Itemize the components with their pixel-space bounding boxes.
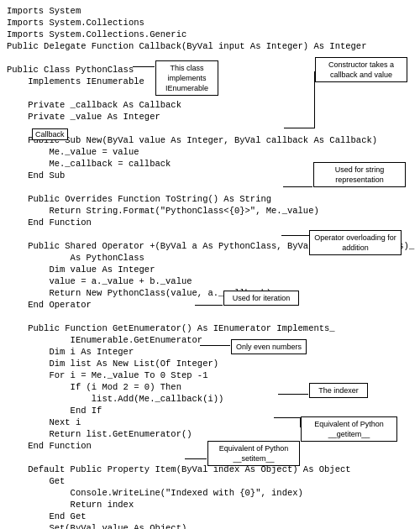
arrow-even-h — [200, 345, 230, 346]
arrow-operator-v — [309, 236, 310, 249]
arrow-indexer-v — [309, 388, 310, 395]
annotation-even: Only even numbers — [231, 339, 307, 354]
arrow-tostring-h — [283, 186, 312, 187]
annotation-constructor: Constructor takes a callback and value — [315, 57, 407, 82]
arrow-tostring-v — [313, 174, 314, 187]
annotation-operator: Operator overloading for addition — [309, 230, 402, 255]
annotation-callback: Callback — [32, 128, 68, 140]
arrow-constructor-v — [314, 71, 315, 128]
arrow-operator-h — [281, 235, 309, 236]
arrow-iteration-h — [195, 305, 223, 306]
annotation-getitem: Equivalent of Python __getitem__ — [301, 416, 397, 442]
code-area: Imports System Imports System.Collection… — [0, 0, 420, 529]
annotation-setitem: Equivalent of Python __setitem__ — [207, 441, 300, 466]
annotation-implements: This class implements IEnumerable — [155, 60, 218, 96]
arrow-implements — [133, 66, 155, 67]
arrow-getitem-v — [300, 417, 301, 427]
annotation-indexer: The indexer — [309, 383, 368, 398]
annotation-iteration: Used for iteration — [223, 291, 299, 306]
arrow-iteration-v — [223, 296, 224, 306]
arrow-indexer-h — [278, 394, 308, 395]
arrow-setitem-h — [185, 458, 207, 459]
arrow-getitem-h — [274, 417, 300, 418]
arrow-setitem-v — [207, 450, 208, 459]
arrow-constructor-h — [284, 128, 314, 128]
main-container: Imports System Imports System.Collection… — [0, 0, 420, 529]
annotation-tostring: Used for string representation — [313, 162, 406, 187]
